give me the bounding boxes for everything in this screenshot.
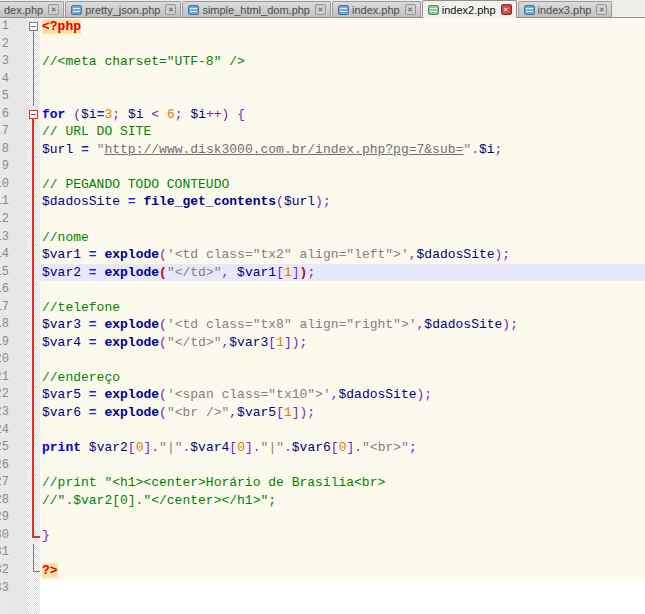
code-text[interactable]: $url = "http://www.disk3000.com.br/index… bbox=[40, 141, 645, 159]
close-icon[interactable]: ✕ bbox=[501, 4, 512, 15]
bookmark-margin[interactable] bbox=[9, 527, 27, 545]
bookmark-margin[interactable] bbox=[9, 71, 27, 89]
bookmark-margin[interactable] bbox=[9, 386, 27, 404]
tab-label: simple_html_dom.php bbox=[199, 4, 313, 16]
code-text[interactable]: //print "<h1><center>Horário de Brasília… bbox=[40, 474, 645, 492]
bookmark-margin[interactable] bbox=[9, 123, 27, 141]
code-text[interactable]: $var2 = explode("</td>", $var1[1]); bbox=[40, 264, 645, 282]
bookmark-margin[interactable] bbox=[9, 176, 27, 194]
close-icon[interactable]: ✕ bbox=[596, 4, 607, 15]
code-line-6: 6for ($i=3; $i < 6; $i++) { bbox=[0, 106, 645, 124]
fold-marker-line-red bbox=[27, 246, 40, 264]
code-text[interactable]: $var1 = explode('<td class="tx2" align="… bbox=[40, 246, 645, 264]
line-number: 22 bbox=[0, 386, 9, 404]
code-text[interactable] bbox=[40, 457, 645, 475]
close-icon[interactable]: ✕ bbox=[315, 4, 326, 15]
code-text[interactable]: $dadosSite = file_get_contents($url); bbox=[40, 193, 645, 211]
close-icon[interactable]: ✕ bbox=[405, 4, 416, 15]
bookmark-margin[interactable] bbox=[9, 316, 27, 334]
code-text[interactable]: $var4 = explode("</td>",$var3[1]); bbox=[40, 334, 645, 352]
bookmark-margin[interactable] bbox=[9, 53, 27, 71]
code-text[interactable] bbox=[40, 158, 645, 176]
code-text[interactable]: $var6 = explode("<br />",$var5[1]); bbox=[40, 404, 645, 422]
fold-marker-end-red bbox=[27, 527, 40, 545]
code-text[interactable]: print $var2[0]."|".$var4[0]."|".$var6[0]… bbox=[40, 439, 645, 457]
code-text[interactable]: ?> bbox=[40, 562, 645, 580]
code-text[interactable] bbox=[40, 509, 645, 527]
bookmark-margin[interactable] bbox=[9, 492, 27, 510]
bookmark-margin[interactable] bbox=[9, 334, 27, 352]
bookmark-margin[interactable] bbox=[9, 281, 27, 299]
code-text[interactable] bbox=[40, 36, 645, 54]
code-text[interactable]: } bbox=[40, 527, 645, 545]
fold-marker-open-red[interactable] bbox=[27, 106, 40, 124]
bookmark-margin[interactable] bbox=[9, 141, 27, 159]
bookmark-margin[interactable] bbox=[9, 580, 27, 598]
bookmark-margin[interactable] bbox=[9, 229, 27, 247]
close-icon[interactable]: ✕ bbox=[48, 4, 59, 15]
tab-simple_html_dom-php[interactable]: simple_html_dom.php✕ bbox=[182, 1, 331, 17]
close-icon[interactable]: ✕ bbox=[165, 4, 176, 15]
bookmark-margin[interactable] bbox=[9, 562, 27, 580]
bookmark-margin[interactable] bbox=[9, 457, 27, 475]
code-text[interactable] bbox=[40, 88, 645, 106]
tab-dex-php[interactable]: dex.php✕ bbox=[0, 1, 64, 17]
bookmark-margin[interactable] bbox=[9, 439, 27, 457]
code-text[interactable] bbox=[40, 422, 645, 440]
bookmark-margin[interactable] bbox=[9, 193, 27, 211]
editor-empty-area[interactable] bbox=[0, 597, 645, 614]
file-icon bbox=[338, 5, 349, 15]
bookmark-margin[interactable] bbox=[9, 474, 27, 492]
line-number: 16 bbox=[0, 281, 9, 299]
bookmark-margin[interactable] bbox=[9, 351, 27, 369]
bookmark-margin[interactable] bbox=[9, 106, 27, 124]
fold-marker-line-red bbox=[27, 509, 40, 527]
code-text[interactable]: // PEGANDO TODO CONTEUDO bbox=[40, 176, 645, 194]
bookmark-margin[interactable] bbox=[9, 36, 27, 54]
code-text[interactable] bbox=[40, 580, 645, 598]
code-line-19: 19$var4 = explode("</td>",$var3[1]); bbox=[0, 334, 645, 352]
code-text[interactable]: //nome bbox=[40, 229, 645, 247]
bookmark-margin[interactable] bbox=[9, 264, 27, 282]
code-text[interactable]: for ($i=3; $i < 6; $i++) { bbox=[40, 106, 645, 124]
code-line-30: 30} bbox=[0, 527, 645, 545]
bookmark-margin[interactable] bbox=[9, 158, 27, 176]
tab-index2-php[interactable]: index2.php✕ bbox=[422, 0, 517, 18]
tab-index-php[interactable]: index.php✕ bbox=[332, 1, 421, 17]
bookmark-margin[interactable] bbox=[9, 18, 27, 36]
tab-pretty_json-php[interactable]: pretty_json.php✕ bbox=[65, 1, 181, 17]
bookmark-margin[interactable] bbox=[9, 544, 27, 562]
code-text[interactable]: //telefone bbox=[40, 299, 645, 317]
code-line-13: 13//nome bbox=[0, 229, 645, 247]
fold-marker-open-gray[interactable] bbox=[27, 18, 40, 36]
tab-index3-php[interactable]: index3.php✕ bbox=[518, 1, 613, 17]
fold-marker-line-red bbox=[27, 351, 40, 369]
code-text[interactable] bbox=[40, 211, 645, 229]
bookmark-margin[interactable] bbox=[9, 404, 27, 422]
bookmark-margin[interactable] bbox=[9, 88, 27, 106]
code-text[interactable]: $var5 = explode('<span class="tx10">',$d… bbox=[40, 386, 645, 404]
code-text[interactable]: $var3 = explode('<td class="tx8" align="… bbox=[40, 316, 645, 334]
bookmark-margin[interactable] bbox=[9, 509, 27, 527]
fold-marker-line-gray bbox=[27, 53, 40, 71]
code-text[interactable] bbox=[40, 544, 645, 562]
fold-marker-line-red bbox=[27, 229, 40, 247]
code-text[interactable] bbox=[40, 281, 645, 299]
code-text[interactable] bbox=[40, 71, 645, 89]
bookmark-margin[interactable] bbox=[9, 246, 27, 264]
code-text[interactable]: //".$var2[0]."</center></h1>"; bbox=[40, 492, 645, 510]
bookmark-margin[interactable] bbox=[9, 369, 27, 387]
code-text[interactable] bbox=[40, 351, 645, 369]
code-text[interactable]: <?php bbox=[40, 18, 645, 36]
bookmark-margin[interactable] bbox=[9, 422, 27, 440]
code-line-11: 11$dadosSite = file_get_contents($url); bbox=[0, 193, 645, 211]
line-number: 30 bbox=[0, 527, 9, 545]
line-number: 32 bbox=[0, 562, 9, 580]
code-text[interactable]: //<meta charset="UTF-8" /> bbox=[40, 53, 645, 71]
code-text[interactable]: //endereço bbox=[40, 369, 645, 387]
bookmark-margin[interactable] bbox=[9, 299, 27, 317]
code-editor[interactable]: 1<?php23//<meta charset="UTF-8" />456for… bbox=[0, 18, 645, 614]
bookmark-margin[interactable] bbox=[9, 211, 27, 229]
code-text[interactable]: // URL DO SITE bbox=[40, 123, 645, 141]
fold-marker-line-gray bbox=[27, 88, 40, 106]
